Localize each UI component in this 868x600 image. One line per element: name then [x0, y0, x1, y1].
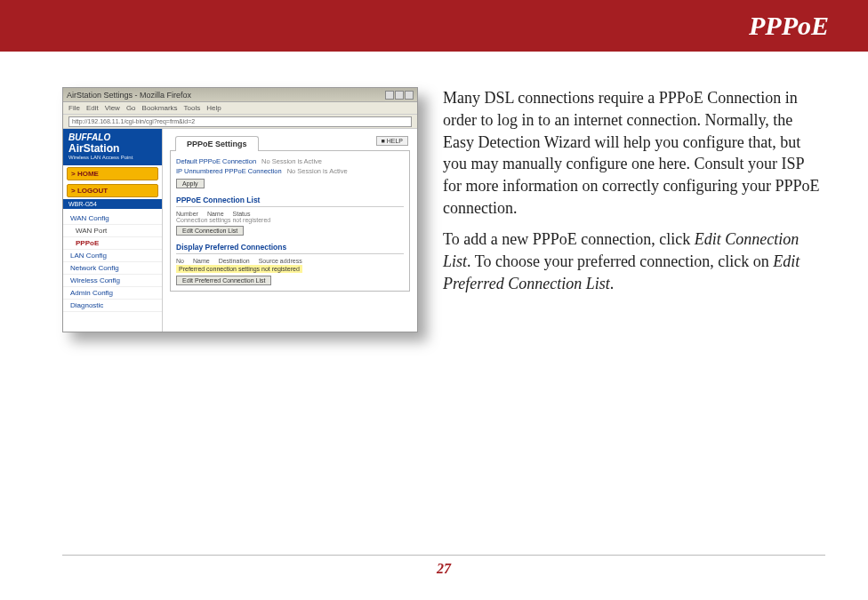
logout-tab: > LOGOUT: [67, 184, 158, 197]
model-label: WBR-G54: [63, 199, 162, 209]
main-panel: PPPoE Settings ■ HELP Default PPPoE Conn…: [163, 129, 417, 332]
settings-panel: Default PPPoE Connection No Session is A…: [170, 150, 410, 292]
menu-go: Go: [126, 104, 136, 112]
conn-list-head: Number Name Status: [176, 211, 404, 217]
page-footer: 27: [62, 555, 825, 577]
menu-bookmarks: Bookmarks: [142, 104, 178, 112]
p2-c: .: [610, 275, 615, 292]
col-name2: Name: [193, 258, 210, 264]
window-controls: [385, 91, 414, 100]
paragraph-1: Many DSL connections require a PPPoE Con…: [443, 87, 825, 220]
col-no: No: [176, 258, 184, 264]
help-button: ■ HELP: [376, 136, 408, 146]
col-src: Source address: [259, 258, 302, 264]
panel-tab: PPPoE Settings: [175, 136, 259, 151]
row-unn-val: No Session is Active: [287, 167, 348, 175]
pref-list-head: No Name Destination Source address: [176, 258, 404, 264]
home-tab: > HOME: [67, 167, 158, 180]
nav-wan: WAN Config: [63, 212, 162, 225]
page-title: PPPoE: [749, 11, 829, 41]
paragraph-2: To add a new PPPoE connection, click Edi…: [443, 228, 825, 294]
address-bar: http://192.168.11.1/cgi-bin/cgi?req=frm&…: [63, 115, 417, 129]
col-name: Name: [207, 211, 224, 217]
menu-file: File: [68, 104, 80, 112]
row-unn-label: IP Unnumbered PPPoE Connection: [176, 167, 282, 175]
row-unnumbered: IP Unnumbered PPPoE Connection No Sessio…: [176, 166, 404, 176]
section-conn-list: PPPoE Connection List: [176, 196, 404, 204]
col-dest: Destination: [219, 258, 250, 264]
menu-help: Help: [206, 104, 221, 112]
nav-network: Network Config: [63, 262, 162, 275]
nav-admin: Admin Config: [63, 287, 162, 300]
row-default-val: No Session is Active: [261, 157, 322, 165]
content-row: AirStation Settings - Mozilla Firefox Fi…: [0, 52, 868, 332]
brand-sub: Wireless LAN Access Point: [68, 155, 157, 160]
nav-list: WAN Config WAN Port PPPoE LAN Config Net…: [63, 209, 162, 316]
apply-button: Apply: [176, 179, 205, 188]
window-titlebar: AirStation Settings - Mozilla Firefox: [63, 88, 417, 102]
page-body: BUFFALO AirStation Wireless LAN Access P…: [63, 129, 417, 332]
edit-conn-list-button: Edit Connection List: [176, 226, 244, 236]
body-text: Many DSL connections require a PPPoE Con…: [443, 87, 825, 332]
window-title: AirStation Settings - Mozilla Firefox: [67, 91, 191, 100]
conn-list-note: Connection settings not registered: [176, 217, 404, 223]
header-band: PPPoE: [0, 0, 868, 52]
brand-top: BUFFALO: [68, 132, 157, 142]
nav-wireless: Wireless Config: [63, 275, 162, 287]
nav-diagnostic: Diagnostic: [63, 300, 162, 312]
sidebar: BUFFALO AirStation Wireless LAN Access P…: [63, 129, 163, 332]
p2-b: . To choose your preferred connection, c…: [467, 252, 773, 270]
col-number: Number: [176, 211, 198, 217]
menu-tools: Tools: [184, 104, 201, 112]
edit-pref-list-button: Edit Preferred Connection List: [176, 276, 271, 285]
row-default: Default PPPoE Connection No Session is A…: [176, 156, 404, 166]
nav-wan-port: WAN Port: [63, 225, 162, 237]
brand-block: BUFFALO AirStation Wireless LAN Access P…: [63, 129, 162, 165]
pref-note: Preferred connection settings not regist…: [176, 265, 302, 273]
nav-lan: LAN Config: [63, 250, 162, 262]
col-status: Status: [233, 211, 251, 217]
menu-view: View: [105, 104, 120, 112]
embedded-screenshot: AirStation Settings - Mozilla Firefox Fi…: [62, 87, 418, 332]
section-preferred: Display Preferred Connections: [176, 243, 404, 252]
page-number: 27: [437, 561, 451, 576]
p2-a: To add a new PPPoE connection, click: [443, 230, 695, 248]
nav-pppoe: PPPoE: [63, 237, 162, 250]
row-default-label: Default PPPoE Connection: [176, 157, 256, 165]
menu-edit: Edit: [86, 104, 99, 112]
browser-menubar: File Edit View Go Bookmarks Tools Help: [63, 102, 417, 115]
url-field: http://192.168.11.1/cgi-bin/cgi?req=frm&…: [68, 116, 412, 127]
brand-main: AirStation: [68, 142, 157, 155]
